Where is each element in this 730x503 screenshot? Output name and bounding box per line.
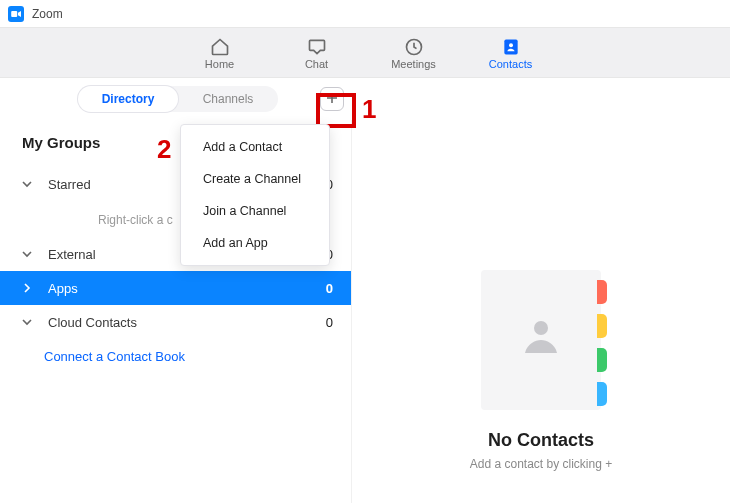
tab-chat-label: Chat (305, 58, 328, 70)
book-tabs (597, 280, 607, 406)
tab-contacts[interactable]: Contacts (483, 36, 538, 70)
tab-contacts-label: Contacts (489, 58, 532, 70)
clock-icon (403, 36, 425, 58)
svg-point-5 (534, 321, 548, 335)
subtabs: Directory Channels (78, 86, 278, 112)
tab-chat[interactable]: Chat (289, 36, 344, 70)
menu-create-channel[interactable]: Create a Channel (181, 163, 329, 195)
home-icon (209, 36, 231, 58)
tab-meetings-label: Meetings (391, 58, 436, 70)
tab-home[interactable]: Home (192, 36, 247, 70)
chevron-down-icon (22, 177, 38, 192)
book-tab-green (597, 348, 607, 372)
menu-add-contact[interactable]: Add a Contact (181, 131, 329, 163)
subtabs-row: Directory Channels (0, 78, 730, 120)
book-tab-yellow (597, 314, 607, 338)
main-panel: No Contacts Add a contact by clicking + (352, 120, 730, 503)
book-tab-blue (597, 382, 607, 406)
plus-icon (326, 90, 338, 108)
chevron-down-icon (22, 315, 38, 330)
main-toolbar: Home Chat Meetings Contacts (0, 28, 730, 78)
subtab-directory[interactable]: Directory (78, 86, 178, 112)
group-starred-label: Starred (48, 177, 91, 192)
add-menu: Add a Contact Create a Channel Join a Ch… (180, 124, 330, 266)
group-apps[interactable]: Apps 0 (0, 271, 351, 305)
empty-illustration (481, 270, 601, 410)
subtab-channels[interactable]: Channels (178, 86, 278, 112)
window-titlebar: Zoom (0, 0, 730, 28)
tab-meetings[interactable]: Meetings (386, 36, 441, 70)
empty-title: No Contacts (488, 430, 594, 451)
group-cloud-label: Cloud Contacts (48, 315, 137, 330)
group-cloud-count: 0 (326, 315, 333, 330)
empty-subtitle: Add a contact by clicking + (470, 457, 612, 471)
zoom-logo-icon (8, 6, 24, 22)
chevron-down-icon (22, 247, 38, 262)
connect-contact-book-link[interactable]: Connect a Contact Book (0, 339, 351, 364)
svg-rect-1 (11, 11, 17, 17)
group-apps-label: Apps (48, 281, 78, 296)
book-tab-red (597, 280, 607, 304)
add-button[interactable] (320, 87, 344, 111)
menu-add-app[interactable]: Add an App (181, 227, 329, 259)
contacts-icon (500, 36, 522, 58)
chat-icon (306, 36, 328, 58)
menu-join-channel[interactable]: Join a Channel (181, 195, 329, 227)
group-cloud-contacts[interactable]: Cloud Contacts 0 (0, 305, 351, 339)
group-external-label: External (48, 247, 96, 262)
group-apps-count: 0 (326, 281, 333, 296)
window-title: Zoom (32, 7, 63, 21)
svg-point-4 (509, 43, 513, 47)
tab-home-label: Home (205, 58, 234, 70)
avatar-icon (519, 313, 563, 361)
chevron-right-icon (22, 281, 38, 296)
